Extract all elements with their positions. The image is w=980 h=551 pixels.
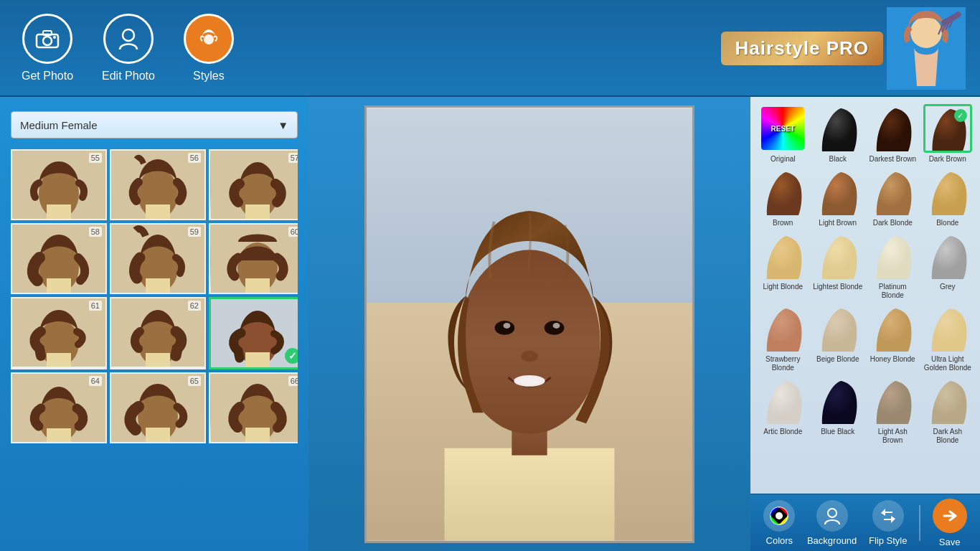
lightest-blonde-hair-swatch (815, 233, 861, 279)
svg-rect-30 (245, 278, 270, 293)
style-item-55[interactable]: 55 (11, 149, 107, 220)
colors-button[interactable]: Colors (763, 500, 795, 546)
color-item-brown[interactable]: Brown (758, 168, 809, 227)
brown-swatch (758, 168, 807, 217)
style-item-66[interactable]: 66 (209, 372, 298, 443)
style-60-preview (211, 225, 298, 293)
color-item-light-ash-brown[interactable]: Light Ash Brown (867, 377, 918, 445)
original-swatch: RESET (758, 104, 807, 153)
light-ash-brown-hair-swatch (870, 378, 915, 424)
background-button[interactable]: Background (807, 500, 857, 546)
edit-photo-icon (103, 14, 154, 64)
style-item-58[interactable]: 58 (11, 223, 107, 294)
nav-label-edit-photo: Edit Photo (102, 70, 155, 83)
navigation: Get Photo Edit Photo Styles (22, 14, 234, 83)
svg-rect-18 (146, 204, 170, 219)
light-blonde-hair-swatch (760, 233, 806, 279)
beige-blonde-label: Beige Blonde (816, 355, 859, 364)
color-item-honey-blonde[interactable]: Honey Blonde (867, 304, 918, 372)
style-item-57[interactable]: 57 (209, 149, 298, 220)
grey-swatch (923, 232, 972, 281)
honey-blonde-hair-swatch (870, 306, 915, 352)
light-brown-hair-swatch (815, 169, 861, 215)
honey-blonde-label: Honey Blonde (870, 355, 915, 364)
nav-item-edit-photo[interactable]: Edit Photo (102, 14, 155, 83)
style-grid: 55 56 (11, 149, 298, 443)
color-item-beige-blonde[interactable]: Beige Blonde (813, 304, 864, 372)
background-icon (816, 500, 848, 532)
flip-style-label: Flip Style (869, 535, 907, 546)
brand-illustration (887, 7, 966, 90)
color-item-light-blonde[interactable]: Light Blonde (758, 232, 809, 300)
style-number-64: 64 (89, 376, 102, 386)
style-57-preview (211, 151, 298, 219)
save-label: Save (939, 537, 961, 547)
nav-item-get-photo[interactable]: Get Photo (22, 14, 73, 83)
style-item-65[interactable]: 65 (110, 372, 206, 443)
blue-black-hair-swatch (815, 378, 861, 424)
light-brown-swatch (814, 168, 862, 217)
svg-rect-51 (445, 448, 615, 542)
style-66-preview (211, 374, 298, 442)
color-item-artic-blonde[interactable]: Artic Blonde (758, 377, 809, 445)
chevron-down-icon: ▼ (278, 119, 288, 131)
color-item-darkest-brown[interactable]: Darkest Brown (867, 104, 918, 164)
svg-rect-21 (245, 204, 270, 219)
style-item-62[interactable]: 62 (110, 297, 206, 369)
flip-style-button[interactable]: Flip Style (869, 500, 907, 546)
style-number-56: 56 (188, 153, 201, 163)
header: Get Photo Edit Photo Styles (0, 0, 980, 97)
dark-ash-blonde-hair-swatch (925, 378, 971, 424)
color-item-platinum-blonde[interactable]: Platinum Blonde (867, 232, 918, 300)
camera-icon (22, 14, 72, 64)
style-number-55: 55 (89, 153, 102, 163)
light-ash-brown-label: Light Ash Brown (867, 428, 918, 445)
flip-arrows-icon (878, 506, 898, 526)
save-button[interactable]: Save (933, 499, 967, 547)
style-number-60: 60 (288, 227, 298, 237)
grey-label: Grey (940, 283, 956, 291)
light-blonde-label: Light Blonde (763, 283, 803, 291)
color-item-blonde[interactable]: Blonde (923, 168, 974, 227)
blonde-label: Blonde (936, 219, 958, 227)
svg-point-7 (910, 17, 942, 48)
color-item-dark-brown[interactable]: ✓ Dark Brown (923, 104, 974, 164)
grey-hair-swatch (925, 233, 971, 279)
blonde-swatch (923, 168, 972, 217)
style-number-66: 66 (288, 376, 298, 386)
style-item-60[interactable]: 60 (209, 223, 298, 294)
svg-rect-39 (245, 352, 270, 367)
artic-blonde-label: Artic Blonde (763, 428, 802, 436)
ultra-light-golden-blonde-swatch (923, 304, 972, 353)
color-item-black[interactable]: Black (813, 104, 864, 164)
light-blonde-swatch (758, 232, 807, 281)
dark-brown-label: Dark Brown (929, 155, 966, 164)
nav-item-styles[interactable]: Styles (184, 14, 234, 83)
style-item-64[interactable]: 64 (11, 372, 107, 443)
style-item-61[interactable]: 61 (11, 297, 107, 369)
dark-brown-swatch: ✓ (923, 104, 972, 153)
light-brown-label: Light Brown (819, 219, 857, 227)
original-label: Original (771, 155, 795, 164)
color-item-lightest-blonde[interactable]: Lightest Blonde (813, 232, 864, 300)
style-item-59[interactable]: 59 (110, 223, 206, 294)
color-item-dark-ash-blonde[interactable]: Dark Ash Blonde (923, 377, 974, 445)
color-item-strawberry-blonde[interactable]: Strawberry Blonde (758, 304, 809, 372)
style-item-56[interactable]: 56 (110, 149, 206, 220)
color-item-grey[interactable]: Grey (923, 232, 974, 300)
svg-point-58 (521, 350, 538, 362)
style-category-dropdown[interactable]: Medium Female ▼ (11, 111, 298, 138)
color-wheel-icon (769, 506, 789, 526)
style-item-63[interactable]: ✓ (209, 297, 298, 369)
strawberry-blonde-hair-swatch (760, 306, 806, 352)
beige-blonde-swatch (814, 304, 862, 353)
color-item-blue-black[interactable]: Blue Black (813, 377, 864, 445)
person-preview (367, 105, 692, 543)
nav-label-get-photo: Get Photo (22, 70, 73, 83)
color-item-original[interactable]: RESET Original (758, 104, 809, 164)
color-item-dark-blonde[interactable]: Dark Blonde (867, 168, 918, 227)
svg-rect-42 (47, 428, 71, 442)
color-item-light-brown[interactable]: Light Brown (813, 168, 864, 227)
svg-rect-24 (47, 278, 71, 293)
color-item-ultra-light-golden-blonde[interactable]: Ultra Light Golden Blonde (923, 304, 974, 372)
